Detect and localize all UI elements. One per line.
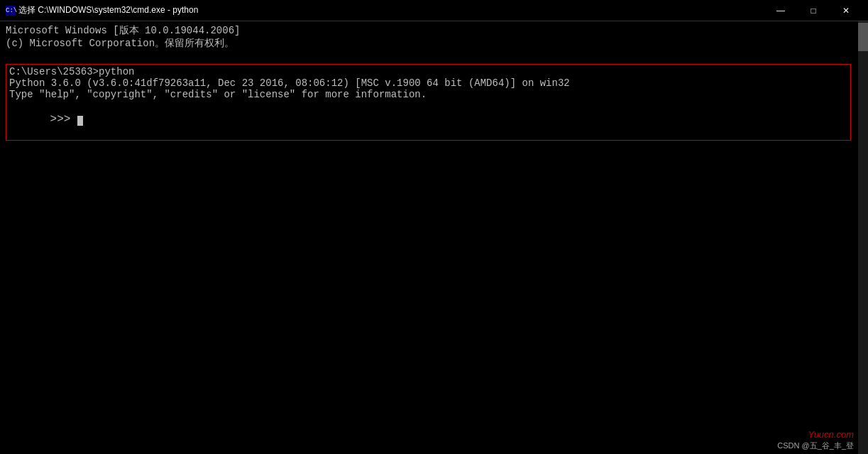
maximize-button[interactable]: □ [797, 0, 830, 21]
title-bar-controls: — □ ✕ [764, 0, 862, 21]
cmd-icon: C:\ [6, 6, 16, 16]
blank-line [6, 50, 852, 61]
close-button[interactable]: ✕ [830, 0, 862, 21]
scrollbar[interactable] [858, 21, 868, 454]
python-prompt-line: C:\Users\25363>python [9, 66, 847, 77]
type-hint-line: Type "help", "copyright", "credits" or "… [9, 89, 847, 100]
scrollbar-thumb[interactable] [858, 23, 868, 51]
windows-version-line: Microsoft Windows [版本 10.0.19044.2006] [6, 24, 852, 37]
title-bar: C:\ 选择 C:\WINDOWS\system32\cmd.exe - pyt… [0, 0, 868, 21]
python-session-box: C:\Users\25363>python Python 3.6.0 (v3.6… [6, 64, 851, 141]
minimize-button[interactable]: — [764, 0, 797, 21]
cursor [77, 116, 83, 126]
terminal-content: Microsoft Windows [版本 10.0.19044.2006] (… [0, 21, 858, 454]
title-bar-text: 选择 C:\WINDOWS\system32\cmd.exe - python [18, 4, 764, 16]
python-repl-prompt[interactable]: >>> [9, 100, 847, 139]
watermark-yuucn: Yuucn.com [808, 429, 854, 440]
copyright-line: (c) Microsoft Corporation。保留所有权利。 [6, 37, 852, 50]
python-info-line: Python 3.6.0 (v3.6.0:41df79263a11, Dec 2… [9, 77, 847, 89]
watermark-csdn: CSDN @五_谷_丰_登 [777, 441, 854, 451]
